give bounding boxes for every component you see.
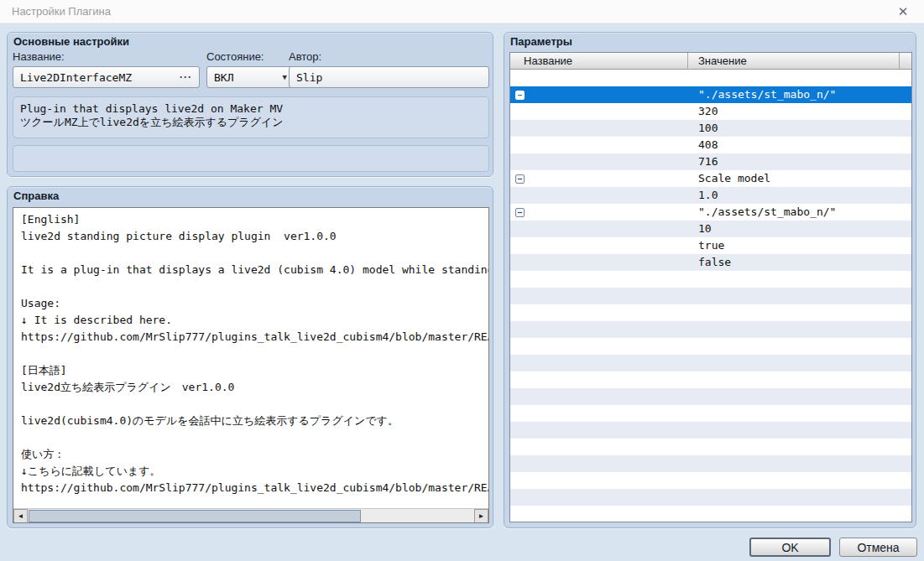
table-row[interactable]: DefaultScale 1.0 [510, 187, 911, 204]
table-row-empty[interactable] [510, 388, 911, 405]
plugin-description-box: Plug-in that displays live2d on Maker MV… [13, 96, 489, 138]
window-title: Настройки Плагина [12, 0, 111, 23]
parameters-table: Название Значение Modelcondition ModelPo… [509, 52, 912, 522]
table-row-empty[interactable] [510, 439, 911, 455]
table-header: Название Значение [510, 53, 911, 70]
parameter-value: 1.0 [688, 187, 900, 204]
parameter-value: Scale model [688, 170, 900, 187]
table-row[interactable]: includesave true [510, 237, 911, 254]
parameter-value: 320 [688, 103, 900, 120]
state-value: ВКЛ [214, 71, 283, 84]
table-row[interactable]: right 716 [510, 153, 911, 170]
table-row-empty[interactable] [510, 489, 911, 506]
parameter-value: 408 [688, 137, 900, 153]
table-row-empty[interactable] [510, 371, 911, 388]
table-row[interactable]: useinbattle false [510, 254, 911, 271]
parameter-value: 716 [688, 153, 900, 170]
table-row-empty[interactable] [510, 304, 911, 321]
table-row-empty[interactable] [510, 405, 911, 422]
table-row[interactable]: ModelPosition "./assets/st_mabo_n/" [510, 86, 911, 103]
parameter-value: 10 [688, 221, 900, 237]
column-header-spacer [900, 53, 911, 70]
plugin-name-value: Live2DInterfaceMZ [20, 71, 180, 84]
table-row-empty[interactable] [510, 472, 911, 489]
table-row[interactable]: left 100 [510, 120, 911, 137]
browse-icon[interactable]: ··· [180, 71, 192, 83]
ok-button[interactable]: OK [749, 538, 831, 557]
general-settings-group: Основные настройки Название: Состояние: … [7, 32, 493, 177]
help-text: [English] live2d standing picture displa… [13, 208, 488, 500]
column-header-name[interactable]: Название [510, 53, 688, 70]
table-row[interactable]: vertical 320 [510, 103, 911, 120]
table-row[interactable]: Modelcondition [510, 70, 911, 86]
state-label: Состояние: [206, 50, 264, 63]
table-row-empty[interactable] [510, 338, 911, 355]
scrollbar-thumb[interactable] [29, 510, 361, 522]
parameters-title: Параметры [510, 35, 572, 48]
author-value: Slip [296, 71, 482, 84]
name-label: Название: [13, 50, 65, 63]
table-row[interactable]: System "./assets/st_mabo_n/" [510, 204, 911, 221]
table-row-empty[interactable] [510, 455, 911, 472]
state-dropdown[interactable]: ВКЛ ▼ [206, 66, 295, 88]
table-row-empty[interactable] [510, 288, 911, 304]
title-bar: Настройки Плагина ✕ [0, 0, 924, 23]
table-row-empty[interactable] [510, 355, 911, 371]
parameter-value: "./assets/st_mabo_n/" [688, 204, 900, 221]
table-row-empty[interactable] [510, 271, 911, 288]
cancel-button[interactable]: Отмена [839, 538, 917, 557]
close-icon[interactable]: ✕ [890, 0, 916, 23]
empty-info-box [13, 145, 489, 172]
parameters-group: Параметры Название Значение Modelconditi… [504, 32, 916, 528]
horizontal-scrollbar[interactable]: ◄ ► [13, 508, 488, 522]
scroll-right-icon[interactable]: ► [474, 509, 488, 523]
collapse-icon[interactable] [515, 174, 525, 184]
table-row-empty[interactable] [510, 321, 911, 338]
author-label: Автор: [289, 50, 321, 63]
parameter-value: true [688, 237, 900, 254]
table-row[interactable]: middle 408 [510, 137, 911, 153]
parameters-table-body: Modelcondition ModelPosition "./assets/s… [510, 70, 911, 522]
author-field[interactable]: Slip [289, 66, 489, 88]
collapse-icon[interactable] [515, 208, 525, 217]
table-row-empty[interactable] [510, 506, 911, 522]
help-title: Справка [13, 190, 59, 202]
chevron-down-icon: ▼ [283, 73, 287, 81]
collapse-icon[interactable] [515, 91, 525, 100]
description-line-en: Plug-in that displays live2d on Maker MV [20, 102, 482, 116]
scroll-left-icon[interactable]: ◄ [13, 509, 28, 523]
plugin-settings-dialog: Основные настройки Название: Состояние: … [0, 23, 924, 561]
table-row[interactable]: pictpriority 10 [510, 221, 911, 237]
parameter-value: "./assets/st_mabo_n/" [688, 86, 900, 103]
help-text-area[interactable]: [English] live2d standing picture displa… [13, 207, 489, 523]
parameter-value: false [688, 254, 900, 271]
help-group: Справка [English] live2d standing pictur… [7, 186, 493, 528]
parameter-value [688, 70, 900, 86]
description-line-jp: ツクールMZ上でlive2dを立ち絵表示するプラグイン [20, 116, 482, 129]
column-header-value[interactable]: Значение [688, 53, 900, 70]
table-row[interactable]: ModelScaling Scale model [510, 170, 911, 187]
general-settings-title: Основные настройки [13, 35, 129, 48]
plugin-name-field[interactable]: Live2DInterfaceMZ ··· [13, 66, 200, 88]
table-row-empty[interactable] [510, 422, 911, 439]
parameter-value: 100 [688, 120, 900, 137]
